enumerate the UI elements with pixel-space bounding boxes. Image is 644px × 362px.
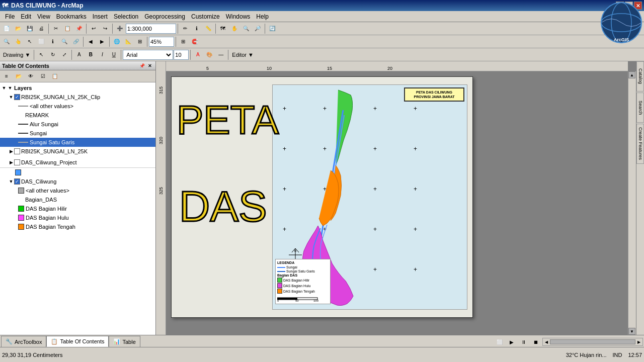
scale-draw-btn[interactable]: ⤢ — [59, 49, 70, 60]
arctoolbox-tab[interactable]: 🔧 ArcToolbox — [1, 336, 46, 347]
font-size-input[interactable] — [174, 50, 189, 60]
zoom-pct-input[interactable] — [149, 37, 174, 47]
clear-select-btn[interactable]: ⬜ — [36, 36, 47, 47]
das-project-expander[interactable]: ▶ — [8, 159, 14, 165]
zoom-in-btn[interactable]: 🔍 — [240, 23, 252, 34]
map-ctrl-1[interactable]: ⬜ — [494, 337, 505, 347]
info-btn[interactable]: ℹ — [47, 36, 58, 47]
menu-view[interactable]: View — [34, 12, 53, 21]
drawing-label[interactable]: Drawing ▼ — [1, 52, 32, 58]
pan-map-btn[interactable]: 👆 — [13, 36, 24, 47]
undo-btn[interactable]: ↩ — [88, 23, 99, 34]
fill-color-btn[interactable]: 🎨 — [204, 49, 215, 60]
measure-btn[interactable]: 📏 — [203, 23, 214, 34]
map-ctrl-3[interactable]: ⏸ — [518, 337, 529, 347]
new-btn[interactable]: 📄 — [1, 23, 12, 34]
copy-btn[interactable]: 📋 — [62, 23, 73, 34]
hyperlink-btn[interactable]: 🔗 — [70, 36, 82, 47]
menu-geoprocessing[interactable]: Geoprocessing — [141, 12, 188, 21]
editor-btn[interactable]: ✏ — [180, 23, 191, 34]
save-btn[interactable]: 💾 — [24, 23, 35, 34]
das-tengah-item[interactable]: DAS Bagian Tengah — [0, 222, 155, 231]
zoom-map-btn[interactable]: 🔍 — [1, 36, 12, 47]
italic-btn[interactable]: I — [97, 49, 108, 60]
select-draw-btn[interactable]: ↖ — [36, 49, 47, 60]
scroll-up-btn[interactable]: ▲ — [628, 71, 635, 78]
pan-btn[interactable]: ✋ — [229, 23, 240, 34]
bagian-das-item[interactable]: Bagian_DAS — [0, 195, 155, 204]
menu-edit[interactable]: Edit — [18, 12, 34, 21]
bold-btn[interactable]: B — [85, 49, 96, 60]
h-scroll-left[interactable]: ◀ — [543, 338, 550, 345]
map-scrollbar[interactable]: ▲ ▼ — [628, 71, 636, 335]
menu-file[interactable]: File — [2, 12, 18, 21]
create-features-tab[interactable]: Create Features — [636, 124, 644, 164]
scroll-down-btn[interactable]: ▼ — [628, 328, 635, 335]
paste-btn[interactable]: 📌 — [73, 23, 85, 34]
zoom-select-btn[interactable]: ⊞ — [134, 36, 145, 47]
catalog-tab[interactable]: Catalog — [636, 61, 644, 92]
cut-btn[interactable]: ✂ — [50, 23, 61, 34]
full-extent-btn[interactable]: 🌐 — [111, 36, 122, 47]
rotate-btn[interactable]: ↻ — [47, 49, 58, 60]
map-ctrl-4[interactable]: ⏹ — [530, 337, 541, 347]
snapping-btn[interactable]: 🧲 — [189, 36, 200, 47]
sungai-item[interactable]: Sungai — [0, 129, 155, 138]
print-btn[interactable]: 🖨 — [36, 23, 47, 34]
go-back-btn[interactable]: ◀ — [85, 36, 96, 47]
zoom-out-btn[interactable]: 🔎 — [252, 23, 263, 34]
toc-select-btn[interactable]: ☑ — [37, 71, 48, 82]
menu-bookmarks[interactable]: Bookmarks — [53, 12, 90, 21]
das-hilir-item[interactable]: DAS Bagian Hilir — [0, 204, 155, 213]
search-tab[interactable]: Search — [636, 93, 644, 123]
table-tab[interactable]: 📊 Table — [109, 336, 140, 347]
layers-expander2[interactable]: ▼ — [7, 85, 13, 91]
toc-title-bar[interactable]: Table Of Contents 📌 ✕ — [0, 61, 155, 70]
font-color-btn[interactable]: A — [192, 49, 203, 60]
toc-visi-btn[interactable]: 👁 — [25, 71, 36, 82]
das-project-item[interactable]: ▶ DAS_Ciliwung_Project — [0, 158, 155, 167]
grid-btn[interactable]: ⊞ — [178, 36, 189, 47]
alur-sungai-item[interactable]: Alur Sungai — [0, 120, 155, 129]
das-project-checkbox[interactable] — [14, 159, 20, 165]
sungai-satu-item[interactable]: Sungai Satu Garis — [0, 138, 155, 147]
menu-insert[interactable]: Insert — [90, 12, 111, 21]
scale-input[interactable] — [126, 24, 176, 34]
map-container[interactable]: 5 10 15 20 315 320 325 PETA DAS — [156, 61, 636, 335]
das-ciliwung-item[interactable]: ▼ ✓ DAS_Ciliwung — [0, 177, 155, 186]
menu-customize[interactable]: Customize — [188, 12, 223, 21]
map-ctrl-2[interactable]: ▶ — [506, 337, 517, 347]
font-select[interactable]: Arial — [123, 50, 173, 60]
rbi-clip-expander[interactable]: ▼ — [8, 94, 14, 100]
rbi25k-item[interactable]: ▶ RBI25K_SUNGAI_LN_25K — [0, 147, 155, 156]
das-ciliwung-expander[interactable]: ▼ — [8, 178, 14, 185]
das-hulu-item[interactable]: DAS Bagian Hulu — [0, 213, 155, 222]
other-values-item[interactable]: <all other values> — [0, 102, 155, 111]
rbi25k-checkbox[interactable] — [14, 148, 20, 154]
identify-btn[interactable]: ℹ — [191, 23, 202, 34]
layers-root[interactable]: ▼ ▼ Layers — [0, 83, 155, 93]
add-data-btn[interactable]: ➕ — [114, 23, 125, 34]
underline-btn[interactable]: U — [108, 49, 119, 60]
open-btn[interactable]: 📂 — [13, 23, 24, 34]
find-btn[interactable]: 🔍 — [59, 36, 70, 47]
text-btn[interactable]: A — [73, 49, 85, 60]
h-scrollbar[interactable]: ◀ ▶ — [542, 338, 643, 346]
rbi25k-expander[interactable]: ▶ — [8, 148, 14, 154]
toc-close-btn[interactable]: ✕ — [146, 62, 153, 69]
h-scroll-right[interactable]: ▶ — [635, 338, 642, 345]
das-ciliwung-checkbox[interactable]: ✓ — [14, 178, 20, 185]
layout-btn[interactable]: 🗺 — [217, 23, 228, 34]
rbi-clip-checkbox[interactable]: ✓ — [14, 94, 20, 100]
toc-props-btn[interactable]: 📋 — [49, 71, 60, 82]
toc-pin-btn[interactable]: 📌 — [138, 62, 145, 69]
map-canvas-area[interactable]: PETA DAS + + + + + — [166, 71, 628, 335]
remark-item[interactable]: REMARK — [0, 111, 155, 120]
layers-expander[interactable]: ▼ — [1, 85, 7, 91]
go-fwd-btn[interactable]: ▶ — [97, 36, 108, 47]
menu-windows[interactable]: Windows — [223, 12, 254, 21]
refresh-btn[interactable]: 🔄 — [267, 23, 278, 34]
menu-selection[interactable]: Selection — [111, 12, 141, 21]
zoom-layer-btn[interactable]: 📐 — [123, 36, 134, 47]
redo-btn[interactable]: ↪ — [100, 23, 111, 34]
